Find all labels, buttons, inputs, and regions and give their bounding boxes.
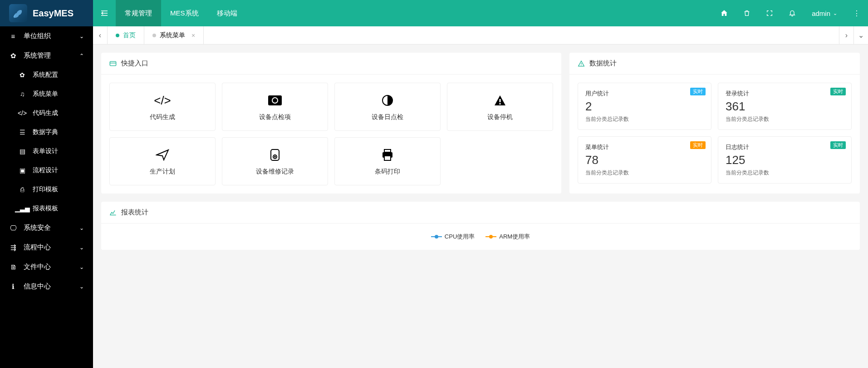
chart-icon: ▁▃▅	[18, 205, 26, 212]
quick-card-label: 设备维修记录	[227, 168, 323, 176]
svg-rect-0	[110, 61, 116, 65]
gears-icon: ✿	[9, 52, 17, 60]
bell-button[interactable]	[781, 0, 804, 26]
chevron-down-icon: ⌄	[79, 225, 84, 231]
chevron-down-icon: ⌄	[79, 244, 84, 251]
svg-rect-6	[500, 103, 501, 104]
tab-indicator-icon	[116, 34, 119, 37]
main: 常规管理 MES系统 移动端 admin⌄ ⋮ ‹ 首页 系统菜单× › ⌄	[93, 0, 868, 368]
quick-card-label: 条码打印	[339, 168, 436, 176]
stat-card[interactable]: 实时菜单统计78当前分类总记录数	[578, 136, 711, 184]
nav-item-mes[interactable]: MES系统	[161, 0, 208, 26]
stat-desc: 当前分类总记录数	[585, 169, 704, 177]
warn-icon	[452, 92, 548, 109]
stat-card[interactable]: 实时日志统计125当前分类总记录数	[718, 136, 852, 184]
header-right: admin⌄ ⋮	[713, 0, 868, 26]
line-chart-icon	[109, 209, 117, 216]
sidebar-item-sysmanage[interactable]: ✿ 系统管理 ⌃	[0, 46, 93, 65]
tab-home[interactable]: 首页	[108, 26, 144, 44]
svg-rect-10	[384, 149, 391, 152]
stat-title: 登录统计	[726, 90, 844, 98]
sidebar-menu: ≡ 单位组织 ⌄ ✿ 系统管理 ⌃ ✿系统配置 ♫系统菜单 </>代码生成 ☰数…	[0, 26, 93, 368]
gears-icon: ✿	[18, 71, 26, 79]
sidebar: EasyMES ≡ 单位组织 ⌄ ✿ 系统管理 ⌃ ✿系统配置 ♫系统菜单 </…	[0, 0, 93, 368]
svg-point-9	[275, 156, 275, 157]
logo[interactable]: EasyMES	[0, 0, 93, 26]
legend-item-arm[interactable]: ARM使用率	[485, 233, 530, 241]
svg-rect-12	[384, 156, 391, 160]
stat-badge: 实时	[830, 141, 846, 149]
sidebar-item-flowcenter[interactable]: ⇶流程中心⌄	[0, 238, 93, 257]
chevron-down-icon: ⌄	[833, 10, 837, 16]
legend-marker-icon	[431, 236, 442, 237]
svg-rect-5	[500, 99, 501, 102]
print-icon: ⎙	[18, 186, 26, 193]
header: 常规管理 MES系统 移动端 admin⌄ ⋮	[93, 0, 868, 26]
sidebar-item-flowdesign[interactable]: ▣流程设计	[0, 161, 93, 180]
panel-header: 报表统计	[101, 202, 860, 224]
stat-value: 125	[726, 153, 844, 167]
warning-icon	[578, 60, 585, 67]
stat-title: 用户统计	[585, 90, 704, 98]
trash-button[interactable]	[736, 0, 758, 26]
sidebar-item-codegen[interactable]: </>代码生成	[0, 104, 93, 123]
sidebar-item-security[interactable]: 🖵系统安全⌄	[0, 218, 93, 238]
nav-item-mobile[interactable]: 移动端	[208, 0, 246, 26]
logo-text: EasyMES	[33, 8, 74, 19]
quick-card-code[interactable]: </>代码生成	[109, 83, 216, 131]
stat-desc: 当前分类总记录数	[585, 115, 704, 123]
chevron-down-icon: ⌄	[79, 33, 84, 40]
stat-badge: 实时	[830, 88, 846, 95]
nav-item-general[interactable]: 常规管理	[116, 0, 161, 26]
stat-title: 日志统计	[726, 143, 844, 151]
stat-desc: 当前分类总记录数	[726, 115, 844, 123]
quick-card-label: 设备点检项	[227, 113, 323, 121]
sidebar-item-sysconfig[interactable]: ✿系统配置	[0, 65, 93, 85]
tab-menu-button[interactable]: ⌄	[853, 26, 868, 44]
sidebar-item-dict[interactable]: ☰数据字典	[0, 123, 93, 142]
quick-card-disk[interactable]: 设备维修记录	[222, 137, 328, 185]
stat-card[interactable]: 实时用户统计2当前分类总记录数	[578, 83, 711, 130]
home-button[interactable]	[713, 0, 736, 26]
sidebar-item-printtpl[interactable]: ⎙打印模板	[0, 180, 93, 199]
header-nav: 常规管理 MES系统 移动端	[116, 0, 246, 26]
sidebar-item-formdesign[interactable]: ▤表单设计	[0, 142, 93, 161]
code-icon: </>	[18, 109, 26, 117]
stat-card[interactable]: 实时登录统计361当前分类总记录数	[718, 83, 852, 130]
more-button[interactable]: ⋮	[845, 0, 868, 26]
music-icon: ♫	[18, 90, 26, 98]
sidebar-item-sysmenu[interactable]: ♫系统菜单	[0, 85, 93, 104]
chevron-down-icon: ⌄	[79, 264, 84, 270]
sidebar-item-reporttpl[interactable]: ▁▃▅报表模板	[0, 199, 93, 218]
quick-card-print[interactable]: 条码打印	[334, 137, 441, 185]
tab-indicator-icon	[152, 34, 156, 37]
quick-card-contrast[interactable]: 设备日点检	[334, 83, 441, 131]
close-icon[interactable]: ×	[191, 32, 195, 39]
fullscreen-button[interactable]	[758, 0, 781, 26]
chart-legend: CPU使用率 ARM使用率	[110, 233, 851, 241]
stat-desc: 当前分类总记录数	[726, 169, 844, 177]
monitor-icon: 🖵	[9, 224, 17, 232]
stat-badge: 实时	[690, 141, 706, 149]
quick-card-warn[interactable]: 设备停机	[447, 83, 553, 131]
chevron-down-icon: ⌄	[79, 283, 84, 290]
quick-card-camera[interactable]: 设备点检项	[222, 83, 328, 131]
print-icon	[339, 147, 436, 163]
sidebar-item-org[interactable]: ≡ 单位组织 ⌄	[0, 26, 93, 46]
tab-prev-button[interactable]: ‹	[93, 26, 108, 44]
quick-card-plane[interactable]: 生产计划	[109, 137, 216, 185]
tab-next-button[interactable]: ›	[839, 26, 853, 44]
sidebar-item-infocenter[interactable]: ℹ信息中心⌄	[0, 277, 93, 296]
list-alt-icon: ☰	[18, 129, 26, 136]
flow-icon: ▣	[18, 167, 26, 174]
sidebar-item-filecenter[interactable]: 🗎文件中心⌄	[0, 257, 93, 277]
quick-card-label: 设备日点检	[339, 113, 436, 121]
quick-entry-panel: 快捷入口 </>代码生成设备点检项设备日点检设备停机生产计划设备维修记录条码打印	[101, 53, 561, 194]
user-menu[interactable]: admin⌄	[804, 10, 845, 17]
info-icon: ℹ	[9, 283, 17, 291]
chart-panel: 报表统计 CPU使用率 ARM使用率	[101, 202, 860, 250]
tab-sysmenu[interactable]: 系统菜单×	[144, 26, 204, 44]
sidebar-toggle-button[interactable]	[93, 0, 116, 26]
stat-value: 78	[585, 153, 704, 167]
legend-item-cpu[interactable]: CPU使用率	[431, 233, 475, 241]
